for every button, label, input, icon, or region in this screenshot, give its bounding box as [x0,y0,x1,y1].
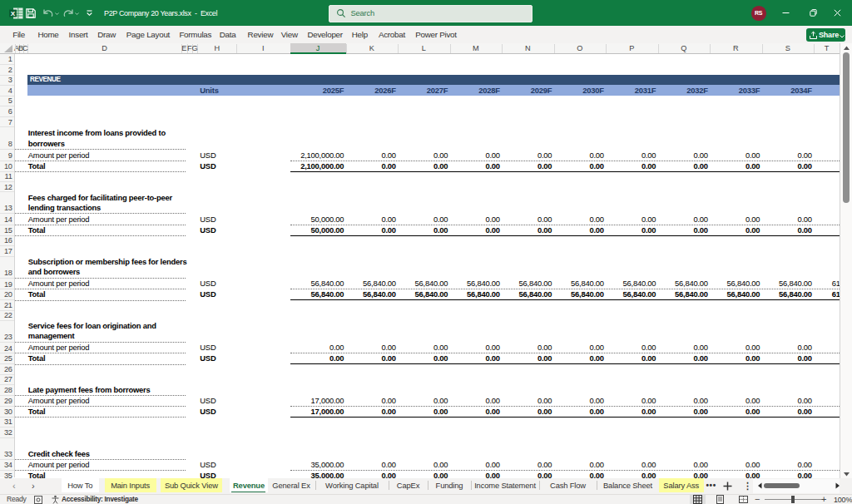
svg-text:X: X [10,10,15,17]
